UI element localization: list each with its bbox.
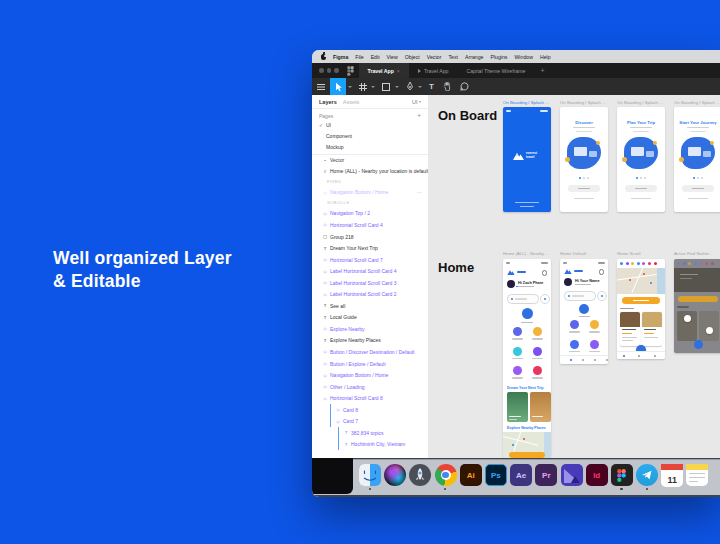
menu-item-window[interactable]: Window <box>514 54 532 60</box>
layer-row[interactable]: ◇Label Horizontal Scroll Card 3 <box>312 277 428 289</box>
layer-row[interactable]: ◇Button / Discover Destination / Default <box>312 346 428 358</box>
tab-travel-app-2[interactable]: Travel App <box>409 63 458 78</box>
layer-row[interactable]: ◇Navigation Top / 2 <box>312 208 428 220</box>
frame-label-onboard-4[interactable]: On Boarding / Splash ... <box>674 100 720 105</box>
frame-splash[interactable]: everest travel <box>503 107 551 212</box>
layer-row[interactable]: ◇Navigation Bottom / Home— <box>312 187 428 199</box>
layer-row[interactable]: FIXED <box>312 177 428 187</box>
frame-label-active-find[interactable]: Active Find Nothin... <box>674 251 720 256</box>
layer-row[interactable]: ◇Other / Loading <box>312 381 428 393</box>
dock-item-design-app[interactable] <box>561 464 583 486</box>
category-circle <box>533 327 542 336</box>
dock-item-aftereffects[interactable]: Ae <box>510 464 532 486</box>
dock-item-illustrator[interactable]: Ai <box>460 464 482 486</box>
frame-label-home-all[interactable]: Home (ALL) - Nearby ... <box>503 251 551 256</box>
move-tool-caret[interactable] <box>348 86 352 88</box>
frame-home-all[interactable]: Hi Zach Pham Dream Your Next Trip <box>503 259 551 458</box>
dock-item-calendar[interactable]: 11 <box>661 464 683 486</box>
pen-tool-button[interactable] <box>403 78 417 95</box>
figma-canvas[interactable]: On Board Home On Boarding / Splash ... O… <box>428 95 720 458</box>
frame-label-splash[interactable]: On Boarding / Splash ... <box>503 100 551 105</box>
layer-row[interactable]: TDream Your Next Trip <box>312 242 428 254</box>
frame-home-scroll[interactable] <box>617 259 665 359</box>
page-selector[interactable]: UI <box>412 99 421 105</box>
frame-label-onboard-3[interactable]: On Boarding / Splash ... <box>617 100 665 105</box>
category-cell <box>564 320 584 340</box>
dock-item-premiere[interactable]: Pr <box>535 464 557 486</box>
main-menu-button[interactable] <box>312 78 330 95</box>
menu-item-help[interactable]: Help <box>540 54 551 60</box>
layer-row[interactable]: ▢Group 218 <box>312 231 428 243</box>
menu-item-edit[interactable]: Edit <box>371 54 380 60</box>
layer-row[interactable]: ◇Label Horizontal Scroll Card 4 <box>312 265 428 277</box>
layer-row[interactable]: ◇Horizontal Scroll Card 4 <box>312 219 428 231</box>
tab-capital-theme-wireframe[interactable]: Capital Theme Wireframe <box>457 63 534 78</box>
layer-row[interactable]: ◇Horizontal Scroll Card 8 <box>312 392 428 404</box>
figma-screenshot-window: FigmaFileEditViewObjectVectorTextArrange… <box>312 50 720 497</box>
layer-row[interactable]: ◇Card 7 <box>312 415 428 427</box>
layer-row[interactable]: T382,834 topics <box>312 427 428 439</box>
menu-item-arrange[interactable]: Arrange <box>465 54 483 60</box>
add-page-button[interactable]: + <box>417 112 421 119</box>
new-tab-button[interactable]: + <box>541 67 545 74</box>
layer-row[interactable]: ⌄Vector <box>312 154 428 166</box>
hand-tool-button[interactable] <box>440 78 454 95</box>
tab-assets[interactable]: Assets <box>343 99 360 105</box>
menu-item-file[interactable]: File <box>355 54 363 60</box>
layer-row[interactable]: ◇Card 8 <box>312 404 428 416</box>
menu-item-plugins[interactable]: Plugins <box>490 54 507 60</box>
dock-item-finder[interactable] <box>359 464 381 486</box>
dock-item-telegram[interactable] <box>636 464 658 486</box>
shape-tool-button[interactable] <box>379 78 393 95</box>
menu-item-object[interactable]: Object <box>405 54 420 60</box>
text-tool-button[interactable]: T <box>426 78 437 95</box>
layer-row[interactable]: ◇Explore Nearby <box>312 323 428 335</box>
tab-travel-app-active[interactable]: Travel App × <box>359 63 409 78</box>
frame-onboard-discover[interactable]: Discover <box>560 107 608 212</box>
frame-label-onboard-2[interactable]: On Boarding / Splash ... <box>560 100 608 105</box>
page-row-mockup[interactable]: Mockup <box>312 142 428 153</box>
dock-item-launchpad[interactable] <box>409 464 431 486</box>
dock-item-photoshop[interactable]: Ps <box>485 464 507 486</box>
frame-label-home-scroll[interactable]: Home Scroll <box>617 251 665 256</box>
layer-row[interactable]: TExplore Nearby Places <box>312 335 428 347</box>
dock-item-figma[interactable] <box>611 464 633 486</box>
frame-tool-caret[interactable] <box>371 86 375 88</box>
move-tool-button[interactable] <box>330 78 346 95</box>
layer-row[interactable]: SCROLLS <box>312 198 428 208</box>
menu-item-vector[interactable]: Vector <box>427 54 442 60</box>
tab-close-icon[interactable]: × <box>397 68 400 74</box>
frame-active-find[interactable] <box>674 259 720 353</box>
shape-tool-caret[interactable] <box>395 86 399 88</box>
layer-row[interactable]: #Home (ALL) - Nearby your location is de… <box>312 166 428 178</box>
tab-layers[interactable]: Layers <box>319 99 337 105</box>
menu-item-figma[interactable]: Figma <box>333 54 348 60</box>
dock-item-indesign[interactable]: Id <box>586 464 608 486</box>
layer-row[interactable]: ◇Label Horizontal Scroll Card 2 <box>312 288 428 300</box>
pen-tool-caret[interactable] <box>418 86 422 88</box>
layer-row[interactable]: THochiminh City, Vietnam <box>312 439 428 451</box>
frame-onboard-journey[interactable]: Start Your Journey <box>674 107 720 212</box>
page-row-component[interactable]: Component <box>312 131 428 142</box>
apple-menu-icon[interactable] <box>321 54 326 60</box>
frame-home-default[interactable]: Hi Your Name <box>560 259 608 364</box>
layer-row[interactable]: ◇Horizontal Scroll Card 7 <box>312 254 428 266</box>
dock-item-chrome[interactable] <box>435 464 457 486</box>
layer-row[interactable]: TLocal Guide <box>312 312 428 324</box>
layer-row[interactable]: ◇Button / Explore / Default <box>312 358 428 370</box>
close-window-button[interactable] <box>319 68 324 73</box>
frame-label-home-default[interactable]: Home Default <box>560 251 608 256</box>
menu-item-view[interactable]: View <box>387 54 398 60</box>
component-layer-icon: ◇ <box>322 211 328 216</box>
dock-item-notes[interactable] <box>686 464 708 486</box>
layer-row[interactable]: ◇Navigation Bottom / Home <box>312 369 428 381</box>
frame-tool-button[interactable] <box>356 78 370 95</box>
dock-item-siri[interactable] <box>384 464 406 486</box>
frame-onboard-plan[interactable]: Plan Your Trip <box>617 107 665 212</box>
page-row-ui[interactable]: ✓UI <box>312 120 428 131</box>
layer-row[interactable]: TSee all <box>312 300 428 312</box>
comment-tool-button[interactable] <box>457 78 472 95</box>
menu-item-text[interactable]: Text <box>448 54 458 60</box>
zoom-window-button[interactable] <box>334 68 339 73</box>
minimize-window-button[interactable] <box>327 68 332 73</box>
